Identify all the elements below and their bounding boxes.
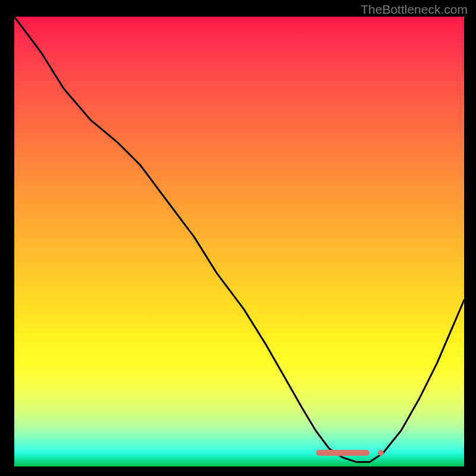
attribution-text: TheBottleneck.com [361, 2, 468, 17]
optimum-range-marker [316, 450, 370, 456]
plot-area [14, 17, 464, 466]
gradient-background [14, 17, 464, 466]
chart-container: TheBottleneck.com [0, 0, 476, 476]
